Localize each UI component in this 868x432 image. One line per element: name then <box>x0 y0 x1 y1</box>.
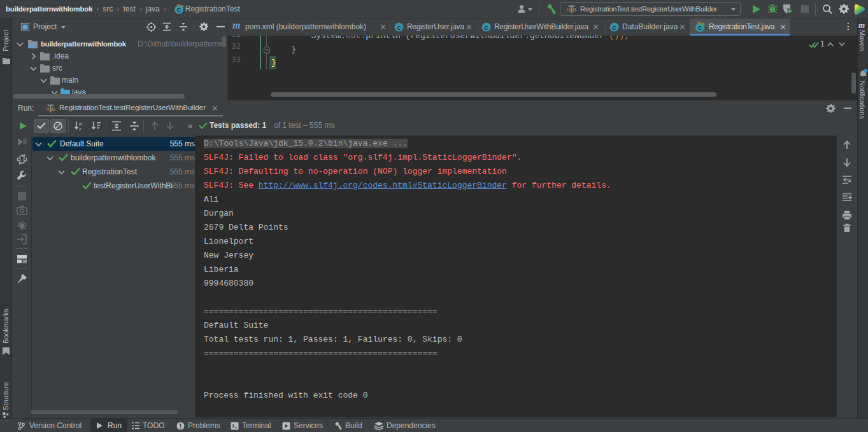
svg-text:C: C <box>177 7 181 13</box>
svg-text:G: G <box>573 7 576 13</box>
svg-text:C: C <box>612 25 616 31</box>
svg-text:N: N <box>567 7 571 13</box>
svg-text:C: C <box>397 25 401 31</box>
svg-text:z: z <box>79 126 82 131</box>
svg-text:9: 9 <box>23 139 27 146</box>
svg-text:G: G <box>52 106 55 112</box>
svg-text:C: C <box>698 25 702 31</box>
svg-text:N: N <box>46 106 50 112</box>
svg-text:C: C <box>484 25 488 31</box>
